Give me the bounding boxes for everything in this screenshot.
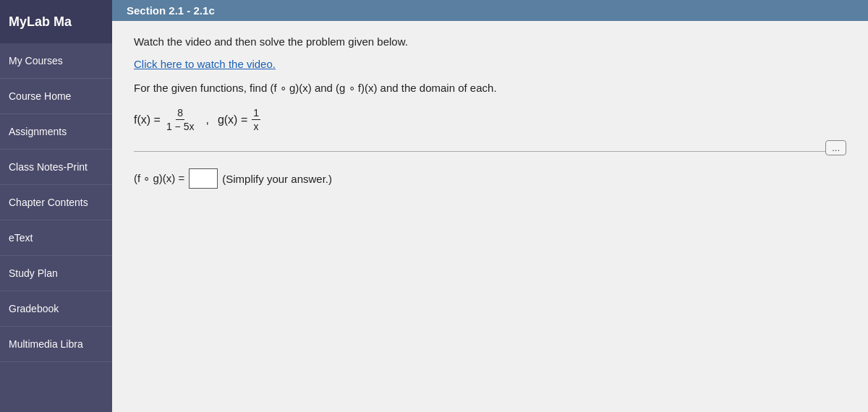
gx-denominator: x [252,120,260,133]
answer-prefix: (f ∘ g)(x) = [134,172,184,185]
section-header: Section 2.1 - 2.1c [112,0,868,21]
main-panel: Section 2.1 - 2.1c Watch the video and t… [112,0,868,412]
given-text: For the given functions, find (f ∘ g)(x)… [134,82,846,95]
fx-numerator: 8 [176,106,184,120]
answer-row: (f ∘ g)(x) = (Simplify your answer.) [134,168,846,189]
sidebar: MyLab Ma My Courses Course Home Assignme… [0,0,112,412]
sidebar-item-gradebook[interactable]: Gradebook [0,291,112,327]
fx-denominator: 1 − 5x [165,120,196,133]
gx-numerator: 1 [252,106,260,120]
fx-label: f(x) = [134,113,161,126]
gx-fraction: 1 x [252,106,260,133]
main-content: Watch the video and then solve the probl… [112,21,868,412]
math-functions-display: f(x) = 8 1 − 5x , g(x) = 1 x [134,106,846,133]
sidebar-item-my-courses[interactable]: My Courses [0,43,112,79]
sidebar-item-multimedia-library[interactable]: Multimedia Libra [0,327,112,362]
video-link[interactable]: Click here to watch the video. [134,58,846,70]
sidebar-item-chapter-contents[interactable]: Chapter Contents [0,185,112,220]
sidebar-item-etext[interactable]: eText [0,220,112,256]
sidebar-item-class-notes-print[interactable]: Class Notes-Print [0,150,112,185]
comma-separator: , [205,113,208,126]
sidebar-item-assignments[interactable]: Assignments [0,114,112,150]
divider-line [134,151,825,152]
more-button[interactable]: ... [825,140,846,155]
gx-label: g(x) = [218,113,247,126]
answer-input[interactable] [189,168,218,189]
fx-fraction: 8 1 − 5x [165,106,196,133]
sidebar-item-study-plan[interactable]: Study Plan [0,256,112,291]
simplify-text: (Simplify your answer.) [222,173,332,185]
sidebar-item-course-home[interactable]: Course Home [0,79,112,114]
app-title: MyLab Ma [0,0,112,43]
divider-row: ... [134,147,846,155]
instruction-text: Watch the video and then solve the probl… [134,35,846,48]
